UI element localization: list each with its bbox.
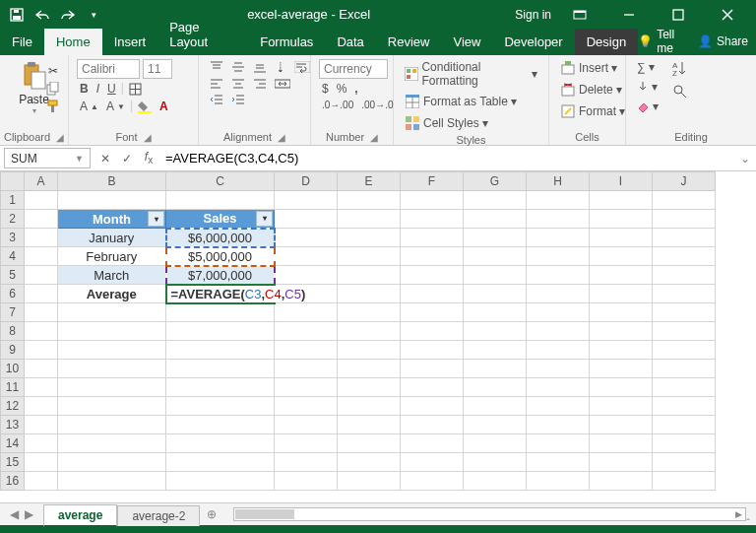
cell-E9[interactable] bbox=[338, 341, 401, 360]
cell-H7[interactable] bbox=[527, 303, 590, 322]
cell-F14[interactable] bbox=[401, 434, 464, 453]
italic-button[interactable]: I bbox=[94, 81, 102, 97]
cell-I12[interactable] bbox=[590, 397, 653, 416]
row-header-5[interactable]: 5 bbox=[1, 266, 25, 285]
cell-G1[interactable] bbox=[464, 191, 527, 210]
cell-D16[interactable] bbox=[275, 472, 338, 491]
cell-F12[interactable] bbox=[401, 397, 464, 416]
row-header-11[interactable]: 11 bbox=[1, 378, 25, 397]
cell-G14[interactable] bbox=[464, 434, 527, 453]
cell-J9[interactable] bbox=[653, 341, 716, 360]
cell-B11[interactable] bbox=[58, 378, 166, 397]
cell-E10[interactable] bbox=[338, 360, 401, 378]
cell-J7[interactable] bbox=[653, 303, 716, 322]
cell-G11[interactable] bbox=[464, 378, 527, 397]
cell-G2[interactable] bbox=[464, 210, 527, 229]
cell-A8[interactable] bbox=[25, 322, 58, 341]
cancel-formula-icon[interactable]: ✕ bbox=[94, 152, 116, 166]
cell-G16[interactable] bbox=[464, 472, 527, 491]
cell-G4[interactable] bbox=[464, 247, 527, 266]
clipboard-launcher-icon[interactable]: ◢ bbox=[56, 132, 64, 143]
row-header-6[interactable]: 6 bbox=[1, 285, 25, 303]
row-header-14[interactable]: 14 bbox=[1, 434, 25, 453]
font-color-button[interactable]: A bbox=[157, 99, 171, 114]
cell-D13[interactable] bbox=[275, 416, 338, 434]
undo-icon[interactable] bbox=[32, 4, 53, 26]
find-select-button[interactable] bbox=[669, 83, 693, 100]
horizontal-scrollbar[interactable]: ◀ ▶ bbox=[233, 507, 746, 521]
cell-A14[interactable] bbox=[25, 434, 58, 453]
col-header-C[interactable]: C bbox=[166, 172, 275, 191]
cell-G15[interactable] bbox=[464, 453, 527, 472]
cell-E15[interactable] bbox=[338, 453, 401, 472]
cell-A1[interactable] bbox=[25, 191, 58, 210]
cell-H4[interactable] bbox=[527, 247, 590, 266]
cell-C2[interactable]: Sales▾ bbox=[166, 210, 275, 229]
cell-A5[interactable] bbox=[25, 266, 58, 285]
col-header-D[interactable]: D bbox=[275, 172, 338, 191]
sheet-nav-next-icon[interactable]: ▶ bbox=[25, 507, 33, 521]
cell-G7[interactable] bbox=[464, 303, 527, 322]
align-left-icon[interactable] bbox=[207, 77, 226, 91]
cell-H11[interactable] bbox=[527, 378, 590, 397]
cell-B1[interactable] bbox=[58, 191, 166, 210]
cell-C7[interactable] bbox=[166, 303, 275, 322]
decrease-font-icon[interactable]: A▼ bbox=[103, 99, 128, 114]
cell-F8[interactable] bbox=[401, 322, 464, 341]
cell-B15[interactable] bbox=[58, 453, 166, 472]
cell-A4[interactable] bbox=[25, 247, 58, 266]
cell-F2[interactable] bbox=[401, 210, 464, 229]
share-button[interactable]: 👤Share bbox=[698, 34, 748, 48]
cell-C5[interactable]: $7,000,000 bbox=[166, 266, 275, 285]
cell-A13[interactable] bbox=[25, 416, 58, 434]
cell-D8[interactable] bbox=[275, 322, 338, 341]
cell-H2[interactable] bbox=[527, 210, 590, 229]
clear-button[interactable]: ▾ bbox=[634, 99, 662, 114]
cell-G5[interactable] bbox=[464, 266, 527, 285]
cell-B8[interactable] bbox=[58, 322, 166, 341]
align-top-icon[interactable] bbox=[207, 59, 226, 75]
cell-I10[interactable] bbox=[590, 360, 653, 378]
cell-C16[interactable] bbox=[166, 472, 275, 491]
cell-F1[interactable] bbox=[401, 191, 464, 210]
cell-H5[interactable] bbox=[527, 266, 590, 285]
cell-A16[interactable] bbox=[25, 472, 58, 491]
row-header-15[interactable]: 15 bbox=[1, 453, 25, 472]
cell-B9[interactable] bbox=[58, 341, 166, 360]
cell-D14[interactable] bbox=[275, 434, 338, 453]
cell-I2[interactable] bbox=[590, 210, 653, 229]
cell-J16[interactable] bbox=[653, 472, 716, 491]
cell-F4[interactable] bbox=[401, 247, 464, 266]
cell-E4[interactable] bbox=[338, 247, 401, 266]
tab-developer[interactable]: Developer bbox=[492, 29, 574, 55]
increase-font-icon[interactable]: A▲ bbox=[77, 99, 101, 114]
row-header-8[interactable]: 8 bbox=[1, 322, 25, 341]
cell-C1[interactable] bbox=[166, 191, 275, 210]
row-header-3[interactable]: 3 bbox=[1, 229, 25, 247]
cell-J15[interactable] bbox=[653, 453, 716, 472]
align-right-icon[interactable] bbox=[250, 77, 270, 91]
cell-H9[interactable] bbox=[527, 341, 590, 360]
increase-indent-icon[interactable] bbox=[228, 93, 248, 106]
cell-D9[interactable] bbox=[275, 341, 338, 360]
formula-input[interactable] bbox=[159, 151, 734, 166]
cell-C15[interactable] bbox=[166, 453, 275, 472]
cell-F15[interactable] bbox=[401, 453, 464, 472]
font-name-input[interactable] bbox=[77, 59, 140, 79]
cell-J3[interactable] bbox=[653, 229, 716, 247]
tab-formulas[interactable]: Formulas bbox=[248, 29, 325, 55]
sort-filter-button[interactable]: AZ bbox=[669, 59, 693, 77]
cell-C9[interactable] bbox=[166, 341, 275, 360]
cell-C12[interactable] bbox=[166, 397, 275, 416]
cell-G10[interactable] bbox=[464, 360, 527, 378]
cell-A9[interactable] bbox=[25, 341, 58, 360]
cell-C8[interactable] bbox=[166, 322, 275, 341]
cell-C6[interactable]: =AVERAGE(C3,C4,C5) bbox=[166, 285, 275, 303]
cell-I14[interactable] bbox=[590, 434, 653, 453]
cell-D4[interactable] bbox=[275, 247, 338, 266]
cell-C14[interactable] bbox=[166, 434, 275, 453]
format-as-table-button[interactable]: Format as Table ▾ bbox=[402, 93, 520, 110]
conditional-formatting-button[interactable]: Conditional Formatting ▾ bbox=[402, 59, 540, 89]
autosum-button[interactable]: ∑ ▾ bbox=[634, 59, 662, 75]
select-all-corner[interactable] bbox=[1, 172, 25, 191]
